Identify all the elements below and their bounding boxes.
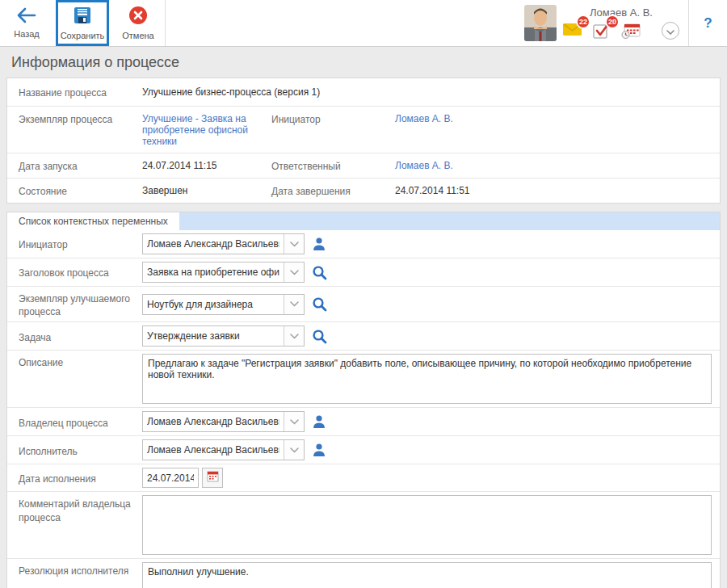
field-row-resolution: Резолюция исполнителя Выполнил улучшение… — [7, 559, 720, 588]
field-label: Инициатор — [19, 236, 142, 251]
info-label: Название процесса — [19, 86, 142, 99]
user-menu-button[interactable] — [662, 22, 679, 40]
initiator-select-value[interactable] — [143, 234, 284, 254]
executor-select[interactable] — [142, 439, 305, 460]
field-row-process-title: Заголовок процесса — [7, 258, 720, 287]
info-row-instance: Экземпляр процесса Улучшение - Заявка на… — [7, 107, 720, 153]
cancel-label: Отмена — [122, 31, 153, 40]
responsible-link[interactable]: Ломаев А. В. — [395, 160, 720, 171]
select-user-icon[interactable] — [312, 237, 326, 251]
info-row-process-name: Название процесса Улучшение бизнес-проце… — [7, 78, 720, 107]
task-check-icon — [592, 28, 610, 42]
calendar-clock-icon — [621, 28, 641, 42]
back-arrow-icon — [16, 7, 37, 27]
search-icon[interactable] — [312, 296, 327, 312]
due-date-input[interactable] — [142, 468, 199, 488]
toolbar-user-area: Ломаев А. В. 22 — [524, 0, 689, 46]
save-button[interactable]: Сохранить — [56, 0, 109, 46]
task-select[interactable] — [142, 326, 305, 346]
field-label: Владелец процесса — [19, 414, 142, 430]
calendar-icon — [207, 471, 219, 485]
field-label: Описание — [19, 354, 142, 369]
task-select-value[interactable] — [143, 326, 284, 346]
dropdown-chevron-icon[interactable] — [284, 412, 304, 431]
calendar-button[interactable] — [621, 22, 641, 40]
field-label: Дата исполнения — [19, 470, 142, 485]
search-icon[interactable] — [312, 329, 327, 344]
floppy-disk-icon — [73, 6, 92, 28]
field-row-improved-instance: Экземпляр улучшаемого процесса — [7, 287, 720, 322]
info-label: Экземпляр процесса — [19, 113, 142, 125]
info-label: Дата запуска — [19, 160, 142, 172]
info-label: Ответственный — [271, 160, 395, 172]
owner-select-value[interactable] — [143, 412, 284, 431]
select-user-icon[interactable] — [312, 443, 326, 457]
section-header-strip: Список контекстных переменных — [7, 212, 720, 230]
improved-instance-select-value[interactable] — [143, 295, 284, 314]
cancel-button[interactable]: Отмена — [111, 0, 165, 46]
field-row-description: Описание Предлагаю к задаче "Регистрация… — [7, 351, 720, 408]
dropdown-chevron-icon[interactable] — [284, 295, 304, 314]
info-value: Завершен — [142, 185, 271, 196]
toolbar-divider-right — [688, 0, 689, 46]
field-row-owner-comment: Комментарий владельца процесса — [7, 492, 720, 559]
owner-comment-textarea[interactable] — [142, 495, 712, 555]
description-textarea[interactable]: Предлагаю к задаче "Регистрация заявки" … — [142, 354, 712, 404]
section-title: Список контекстных переменных — [19, 216, 168, 227]
field-row-owner: Владелец процесса — [7, 408, 720, 436]
owner-select[interactable] — [142, 411, 305, 432]
dropdown-chevron-icon[interactable] — [284, 440, 304, 460]
messages-badge: 22 — [576, 15, 590, 29]
field-label: Резолюция исполнителя — [19, 562, 142, 578]
field-label: Экземпляр улучшаемого процесса — [19, 290, 132, 318]
user-name[interactable]: Ломаев А. В. — [590, 6, 653, 19]
field-label: Задача — [19, 329, 142, 344]
field-row-due-date: Дата исполнения — [7, 464, 720, 492]
info-value: 24.07.2014 11:15 — [142, 160, 271, 171]
messages-button[interactable]: 22 — [563, 22, 582, 40]
help-button[interactable]: ? — [689, 0, 727, 46]
save-label: Сохранить — [61, 31, 105, 40]
field-row-task: Задача — [7, 322, 720, 351]
field-label: Комментарий владельца процесса — [19, 495, 132, 523]
cancel-icon — [128, 6, 148, 28]
initiator-link[interactable]: Ломаев А. В. — [395, 113, 720, 124]
tasks-button[interactable]: 20 — [592, 22, 611, 40]
info-label: Дата завершения — [271, 185, 395, 197]
executor-select-value[interactable] — [143, 440, 284, 460]
date-picker-button[interactable] — [202, 468, 223, 488]
dropdown-chevron-icon[interactable] — [284, 326, 304, 346]
info-value: Улучшение бизнес-процесса (версия 1) — [142, 86, 720, 98]
page-title: Информация о процессе — [0, 47, 727, 78]
field-row-executor: Исполнитель — [7, 436, 720, 464]
search-icon[interactable] — [312, 265, 327, 280]
resolution-textarea[interactable]: Выполнил улучшение. — [142, 562, 712, 588]
toolbar-divider — [165, 0, 166, 46]
context-variables-card: Список контекстных переменных Инициатор … — [6, 212, 721, 588]
field-label: Заголовок процесса — [19, 264, 142, 279]
tasks-badge: 20 — [605, 15, 620, 29]
back-button[interactable]: Назад — [0, 0, 53, 46]
improved-instance-select[interactable] — [142, 294, 305, 315]
info-label: Состояние — [19, 185, 142, 197]
initiator-select[interactable] — [142, 233, 305, 254]
field-label: Исполнитель — [19, 443, 142, 458]
back-label: Назад — [14, 29, 40, 39]
info-value: 24.07.2014 11:51 — [395, 185, 720, 196]
process-title-select[interactable] — [142, 262, 305, 283]
dropdown-chevron-icon[interactable] — [284, 234, 304, 254]
process-instance-link[interactable]: Улучшение - Заявка на приобретение офисн… — [142, 113, 271, 147]
select-user-icon[interactable] — [312, 414, 326, 429]
info-row-state: Состояние Завершен Дата завершения 24.07… — [7, 178, 720, 203]
process-title-select-value[interactable] — [143, 262, 284, 282]
avatar[interactable] — [524, 5, 557, 41]
toolbar: Назад Сохранить Отмена — [0, 0, 727, 47]
dropdown-chevron-icon[interactable] — [284, 262, 304, 282]
chevron-down-icon — [666, 23, 674, 38]
info-row-start-date: Дата запуска 24.07.2014 11:15 Ответствен… — [7, 153, 720, 178]
process-info-card: Название процесса Улучшение бизнес-проце… — [6, 78, 721, 204]
section-tab: Список контекстных переменных — [7, 212, 179, 230]
info-label: Инициатор — [271, 113, 395, 125]
field-row-initiator: Инициатор — [7, 230, 720, 258]
